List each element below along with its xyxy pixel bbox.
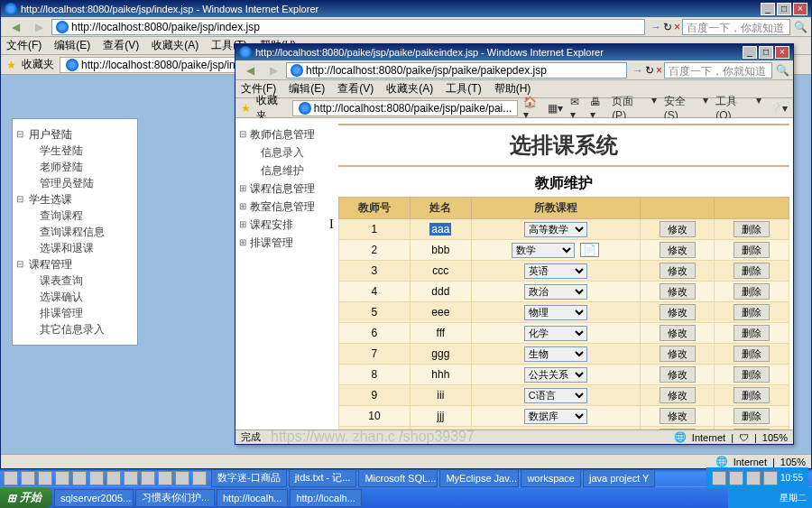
task-button[interactable]: jtds.txt - 记... [289,469,357,487]
edit-button[interactable]: 修改 [660,408,696,424]
tray-icon[interactable] [763,471,778,485]
course-select[interactable]: 高等数学 [524,222,587,237]
nav-course-info[interactable]: 课程信息管理 [239,180,331,198]
ql-icon[interactable] [21,471,35,485]
start-button[interactable]: ⊞开始 [0,487,52,508]
note-icon[interactable]: 📄 [580,243,599,257]
course-select[interactable]: 英语 [524,263,587,279]
ql-icon[interactable] [192,471,207,485]
tree-student-login[interactable]: 学生登陆 [18,143,132,159]
system-tray[interactable]: 10:55 [706,467,808,488]
forward-button[interactable]: ▶ [28,18,50,36]
forward-button[interactable]: ▶ [263,61,284,79]
menu-tools[interactable]: 工具(T) [446,81,481,97]
task-button[interactable]: http://localh... [217,489,288,507]
task-button[interactable]: workspace [521,469,581,487]
ql-icon[interactable] [4,471,18,485]
close-button[interactable]: × [793,3,807,15]
menu-edit[interactable]: 编辑(E) [54,38,90,53]
favorites-star-icon[interactable]: ★ [241,102,251,115]
delete-button[interactable]: 删除 [734,263,770,279]
edit-button[interactable]: 修改 [660,366,696,383]
tree-select-confirm[interactable]: 选课确认 [18,289,132,305]
zoom-label[interactable]: 105% [780,457,806,467]
edit-button[interactable]: 修改 [660,325,696,341]
course-select[interactable]: 政治 [524,284,587,300]
delete-button[interactable]: 删除 [734,242,770,258]
go-button[interactable]: → [651,21,661,33]
refresh-button[interactable]: ↻ [663,21,672,33]
minimize-button[interactable]: _ [761,3,775,15]
menu-edit[interactable]: 编辑(E) [289,81,325,97]
search-button[interactable]: 🔍 [776,64,789,77]
course-select[interactable]: 数学 [512,243,575,258]
task-button[interactable]: Microsoft SQL... [358,469,438,487]
nav-info-maintain[interactable]: 信息维护 [239,162,331,180]
task-button[interactable]: 习惯表你们护... [135,489,215,507]
close-button[interactable]: × [775,46,789,59]
tree-admin-login[interactable]: 管理员登陆 [18,175,132,191]
ql-icon[interactable] [55,471,69,485]
delete-button[interactable]: 删除 [734,304,770,320]
task-button[interactable]: MyEclipse Jav... [439,469,519,487]
edit-button[interactable]: 修改 [660,221,696,237]
address-bar[interactable]: http://localhost:8080/paike/jsp/index.js… [51,19,645,35]
search-button[interactable]: 🔍 [794,21,807,33]
delete-button[interactable]: 删除 [734,408,770,424]
tree-query-course-info[interactable]: 查询课程信息 [18,224,132,240]
nav-teacher-info[interactable]: 教师信息管理 [239,125,331,143]
delete-button[interactable]: 删除 [734,387,770,403]
stop-button[interactable]: × [674,21,680,33]
menu-fav[interactable]: 收藏夹(A) [152,38,198,53]
maximize-button[interactable]: □ [777,3,791,15]
course-select[interactable]: 生物 [524,346,587,362]
zoom-label[interactable]: 105% [762,432,788,443]
ql-icon[interactable] [124,471,138,485]
course-select[interactable]: 物理 [524,305,587,320]
delete-button[interactable]: 删除 [734,366,770,383]
refresh-button[interactable]: ↻ [645,64,654,77]
tree-arrange-manage[interactable]: 排课管理 [18,305,132,321]
minimize-button[interactable]: _ [743,46,757,59]
nav-course-arrange[interactable]: 课程安排 [239,216,331,234]
nav-info-input[interactable]: 信息录入 [239,143,331,162]
search-box[interactable]: 百度一下，你就知道 [682,19,790,35]
inner-tab[interactable]: http://localhost:8080/paike/jsp/paike/pa… [292,100,518,116]
back-button[interactable]: ◀ [239,61,261,79]
tree-teacher-login[interactable]: 老师登陆 [18,159,132,175]
favorites-star-icon[interactable]: ★ [6,59,16,71]
tree-select-drop[interactable]: 选课和退课 [18,240,132,256]
edit-button[interactable]: 修改 [660,283,696,300]
course-select[interactable]: 公共关系 [524,367,587,383]
delete-button[interactable]: 删除 [734,221,770,237]
task-button[interactable]: java project Y [583,469,655,487]
tray-icon[interactable] [734,492,746,504]
edit-button[interactable]: 修改 [660,242,696,258]
menu-view[interactable]: 查看(V) [103,38,139,53]
maximize-button[interactable]: □ [759,46,773,59]
edit-button[interactable]: 修改 [660,387,696,403]
menu-fav[interactable]: 收藏夹(A) [386,81,433,97]
task-button[interactable]: http://localh... [290,489,361,507]
tray-icon[interactable] [764,492,777,504]
outer-titlebar[interactable]: http://localhost:8080/paike/jsp/index.js… [1,1,811,17]
tree-course-manage[interactable]: 课程管理 [18,256,132,272]
stop-button[interactable]: × [656,64,662,77]
delete-button[interactable]: 删除 [734,283,770,300]
inner-titlebar[interactable]: http://localhost:8080/paike/jsp/paike/pa… [235,44,793,60]
delete-button[interactable]: 删除 [734,325,770,341]
back-button[interactable]: ◀ [5,18,26,36]
ql-icon[interactable] [89,471,104,485]
tree-query-course[interactable]: 查询课程 [18,208,132,224]
task-button[interactable]: sqlserver2005... [54,489,134,507]
tray-icon[interactable] [729,471,743,485]
menu-view[interactable]: 查看(V) [337,81,374,97]
nav-schedule-manage[interactable]: 排课管理 [239,234,331,252]
menu-file[interactable]: 文件(F) [6,38,42,53]
tree-other-input[interactable]: 其它信息录入 [18,321,132,337]
tree-user-login[interactable]: 用户登陆 [18,126,132,143]
course-select[interactable]: C语言 [524,388,587,403]
tree-student-select[interactable]: 学生选课 [18,191,132,208]
ql-icon[interactable] [175,471,189,485]
search-box[interactable]: 百度一下，你就知道 [664,62,772,79]
